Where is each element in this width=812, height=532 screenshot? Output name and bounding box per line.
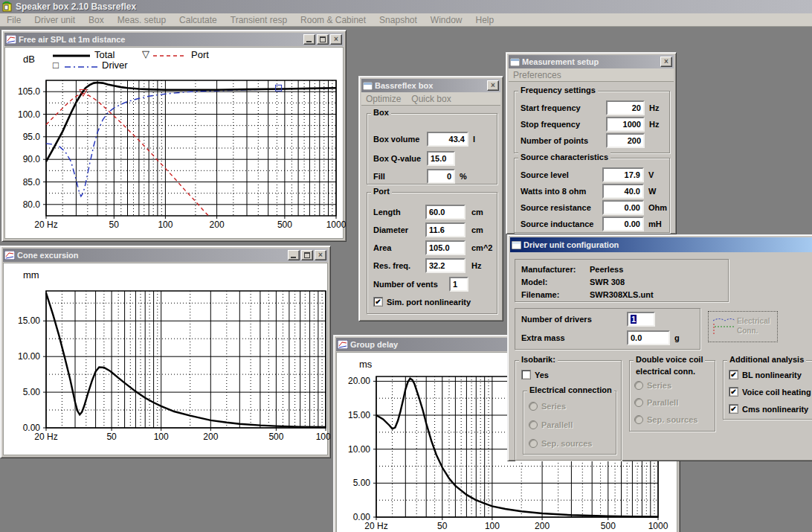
close-icon[interactable]: ×: [487, 80, 499, 91]
excursion-chart-area: mm 0.005.0010.0015.0020 Hz50100200500100…: [3, 263, 328, 455]
number-of-points-field[interactable]: 200: [606, 133, 645, 148]
spl-title: Free air SPL at 1m distance: [19, 35, 301, 44]
minimize-button[interactable]: [288, 250, 300, 260]
menu-window[interactable]: Window: [424, 15, 469, 25]
watts-label: Watts into 8 ohm: [521, 187, 586, 196]
svg-text:90.0: 90.0: [23, 154, 41, 164]
menu-file[interactable]: File: [0, 15, 28, 25]
box-volume-unit: l: [473, 135, 475, 144]
menu-snapshot[interactable]: Snapshot: [373, 15, 424, 25]
filename-value: SWR308XLS.unt: [590, 290, 654, 299]
isobarik-series-radio[interactable]: [529, 402, 538, 411]
dvc-series-radio[interactable]: [634, 381, 643, 390]
extra-mass-unit: g: [674, 333, 680, 342]
box-qvalue-label: Box Q-value: [373, 154, 421, 163]
start-frequency-field[interactable]: 20: [606, 100, 645, 115]
bl-nonlinearity-checkbox[interactable]: ✔: [729, 370, 738, 379]
watts-field[interactable]: 40.0: [602, 184, 644, 199]
svg-text:10.00: 10.00: [18, 351, 40, 362]
sim-port-nonlinearity-label: Sim. port nonlinearity: [387, 298, 471, 307]
svg-text:100: 100: [485, 521, 500, 531]
source-resistance-field[interactable]: 0.00: [602, 200, 644, 215]
length-label: Length: [373, 208, 401, 217]
watts-unit: W: [648, 187, 656, 196]
manufacturer-label: Manufacturer:: [521, 265, 576, 274]
area-unit: cm^2: [471, 243, 492, 252]
source-resistance-unit: Ohm: [648, 203, 667, 212]
legend-port-line: [153, 54, 186, 58]
length-unit: cm: [471, 208, 483, 217]
isobarik-yes-checkbox[interactable]: [521, 370, 531, 379]
chart-icon: [338, 340, 348, 349]
maximize-button[interactable]: [301, 250, 313, 260]
legend-driver-line: [65, 65, 97, 69]
svg-text:500: 500: [601, 521, 616, 531]
group-box: Box Box volume 43.4 l Box Q-value 15.0 F…: [367, 113, 497, 185]
dvc-parallell-radio[interactable]: [634, 398, 643, 407]
length-field[interactable]: 60.0: [425, 205, 465, 219]
number-of-drivers-field[interactable]: 1: [627, 312, 655, 327]
box-volume-field[interactable]: 43.4: [427, 132, 468, 147]
close-icon[interactable]: ×: [660, 57, 672, 67]
svg-text:50: 50: [109, 219, 120, 230]
voice-coil-heating-checkbox[interactable]: ✔: [729, 387, 738, 397]
svg-text:1000: 1000: [648, 521, 668, 531]
dvc-sep-sources-label: Sep. sources: [647, 415, 697, 424]
minimize-button[interactable]: [303, 34, 315, 45]
source-inductance-label: Source inductance: [521, 219, 593, 228]
measurement-titlebar[interactable]: Measurement setup ×: [509, 55, 674, 68]
menu-calcutate[interactable]: Calcutate: [173, 15, 224, 25]
bassreflex-titlebar[interactable]: Bassreflex box ×: [361, 79, 500, 92]
menu-meas-setup[interactable]: Meas. setup: [111, 15, 173, 25]
driver-client: Manufacturer: Peerless Model: SWR 308 Fi…: [510, 254, 812, 458]
fill-field[interactable]: 0: [427, 169, 455, 184]
menu-room-cabinet[interactable]: Room & Cabinet: [294, 15, 373, 25]
isobarik-sep-sources-radio[interactable]: [529, 439, 538, 448]
close-icon[interactable]: ×: [330, 34, 342, 45]
spl-titlebar[interactable]: Free air SPL at 1m distance ×: [4, 33, 344, 46]
cms-nonlinearity-checkbox[interactable]: ✔: [729, 404, 738, 414]
svg-text:50: 50: [106, 432, 117, 442]
start-frequency-label: Start frequency: [521, 103, 581, 112]
svg-text:85.0: 85.0: [23, 177, 41, 188]
vents-field[interactable]: 1: [449, 277, 468, 292]
source-level-field[interactable]: 17.9: [602, 167, 644, 182]
menu-driver-unit[interactable]: Driver unit: [28, 15, 82, 25]
sim-port-nonlinearity-checkbox[interactable]: ✔: [373, 297, 383, 307]
svg-text:200: 200: [203, 432, 218, 442]
stop-frequency-field[interactable]: 1000: [606, 117, 645, 132]
menu-transient-resp[interactable]: Transient resp: [224, 15, 294, 25]
svg-text:500: 500: [277, 219, 292, 230]
svg-text:5.00: 5.00: [23, 387, 41, 397]
maximize-button[interactable]: [317, 34, 329, 45]
driver-titlebar[interactable]: Driver unit configuration: [510, 237, 812, 252]
drivers-settings-box: Number of drivers 1 Extra mass 0.0 g: [515, 308, 700, 350]
electrical-conn-label: Electrical Conn.: [737, 316, 777, 336]
stop-frequency-label: Stop frequency: [521, 120, 580, 129]
box-qvalue-field[interactable]: 15.0: [427, 151, 455, 166]
close-icon[interactable]: ×: [315, 250, 326, 260]
delay-unit-label: ms: [359, 359, 372, 370]
menu-optimize[interactable]: Optimize: [361, 94, 407, 104]
excursion-titlebar[interactable]: Cone excursion ×: [3, 249, 328, 262]
bassreflex-client: Box Box volume 43.4 l Box Q-value 15.0 F…: [361, 106, 500, 318]
excursion-unit-label: mm: [23, 269, 39, 281]
electrical-conn-button[interactable]: Electrical Conn.: [708, 311, 778, 342]
source-inductance-field[interactable]: 0.00: [602, 217, 644, 231]
source-level-label: Source level: [521, 170, 569, 179]
menu-preferences[interactable]: Preferences: [509, 70, 567, 80]
diameter-field[interactable]: 11.6: [425, 222, 465, 237]
menu-box[interactable]: Box: [82, 15, 111, 25]
res-freq-field[interactable]: 32.2: [425, 258, 465, 273]
dvc-sep-sources-radio[interactable]: [634, 415, 643, 424]
svg-text:15.00: 15.00: [348, 410, 370, 420]
isobarik-parallell-radio[interactable]: [529, 420, 538, 429]
area-field[interactable]: 105.0: [425, 240, 465, 255]
extra-mass-field[interactable]: 0.0: [627, 330, 670, 345]
group-isobarik-label: Isobarik:: [519, 355, 558, 364]
group-double-voice-coil: Double voice coil electrical conn. Serie…: [629, 360, 715, 432]
menu-help[interactable]: Help: [469, 15, 501, 25]
group-electrical-connection: Electrical connection Series Parallell S…: [523, 391, 616, 455]
group-port: Port Length 60.0 cm Diameter 11.6 cm Are…: [367, 192, 497, 314]
menu-quick-box[interactable]: Quick box: [407, 94, 457, 104]
